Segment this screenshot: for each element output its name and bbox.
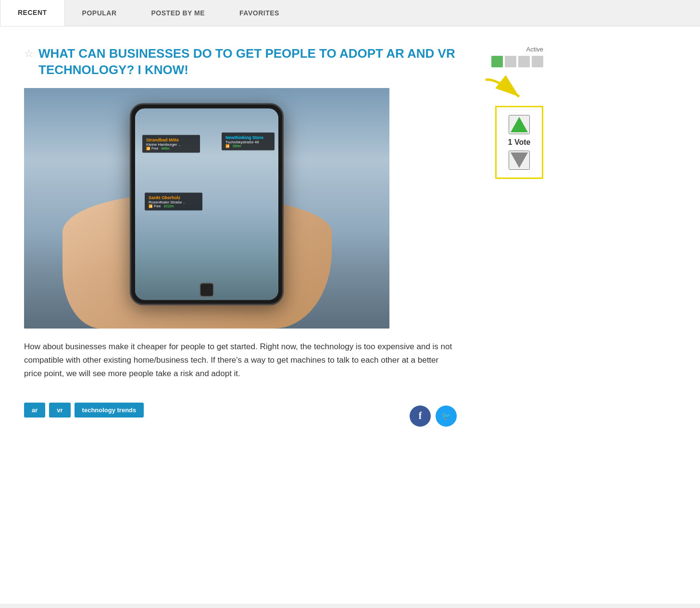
downvote-triangle-icon [510,152,529,169]
tabs-nav: RECENT POPULAR POSTED BY ME FAVORITES [0,0,700,26]
ar-box-2: Newthinking Store Tucholskystraße 48 📶 3… [222,132,275,150]
active-label: Active [526,46,543,53]
article-body-text: How about businesses make it cheaper for… [24,340,457,380]
phone-home-button [200,282,214,297]
active-dots [491,56,543,67]
active-dot-3 [518,56,530,67]
facebook-share-button[interactable]: f [410,405,431,427]
article-section: ☆ WHAT CAN BUSINESSES DO TO GET PEOPLE T… [24,46,457,427]
tab-favorites[interactable]: FAVORITES [222,0,297,26]
social-share-row: f 🐦 [410,405,457,427]
bottom-section: ar vr technology trends f 🐦 [24,394,457,427]
arrow-annotation [481,75,543,104]
tab-posted-by-me[interactable]: POSTED BY ME [134,0,223,26]
article-image: Strandbad Mitte Kleine Hamburger .. 📶 Fr… [24,88,389,329]
favorite-star-icon[interactable]: ☆ [24,48,34,60]
active-dot-2 [505,56,516,67]
article-title: WHAT CAN BUSINESSES DO TO GET PEOPLE TO … [38,46,457,78]
tag-ar[interactable]: ar [24,403,45,418]
title-row: ☆ WHAT CAN BUSINESSES DO TO GET PEOPLE T… [24,46,457,78]
tag-technology-trends[interactable]: technology trends [75,403,144,418]
ar-box-3: Sankt Oberholz Rosenthaler Straße .. 📶 F… [145,192,202,210]
vote-up-button[interactable] [509,115,530,134]
tag-vr[interactable]: vr [49,403,70,418]
facebook-icon: f [419,410,422,421]
tab-recent[interactable]: RECENT [0,0,65,26]
svg-marker-2 [511,152,528,168]
yellow-arrow-icon [481,75,538,104]
twitter-icon: 🐦 [441,411,451,420]
upvote-triangle-icon [510,116,529,133]
tags-row: ar vr technology trends [24,403,144,418]
vote-box: 1 Vote [495,106,543,179]
vote-down-button[interactable] [509,151,530,170]
tab-popular[interactable]: POPULAR [65,0,134,26]
main-content: ☆ WHAT CAN BUSINESSES DO TO GET PEOPLE T… [0,26,700,604]
right-sidebar: Active [466,46,543,179]
vote-count: 1 Vote [508,138,531,147]
active-dot-1 [491,56,503,67]
active-dot-4 [532,56,543,67]
svg-marker-1 [511,117,528,132]
twitter-share-button[interactable]: 🐦 [436,405,457,427]
ar-box-1: Strandbad Mitte Kleine Hamburger .. 📶 Fr… [142,135,200,152]
